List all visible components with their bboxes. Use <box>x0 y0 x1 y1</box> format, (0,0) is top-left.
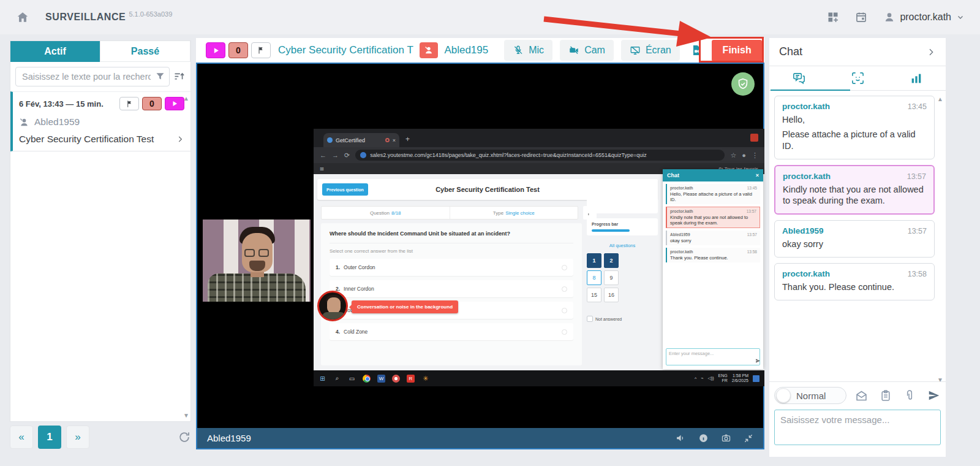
clipboard-icon[interactable] <box>880 389 892 402</box>
url-text: sales2.youtestme.com/gc1418s/pages/take_… <box>370 152 647 158</box>
pagination-page-1[interactable]: 1 <box>38 426 61 449</box>
monitor-user: Abled195 <box>444 44 488 56</box>
recording-extension-icon <box>750 134 758 142</box>
webcam-person <box>203 220 311 302</box>
chrome-icon <box>363 375 371 383</box>
radio-icon <box>562 286 567 292</box>
compress-icon[interactable] <box>744 434 753 443</box>
collapse-chevron-icon[interactable] <box>926 47 936 57</box>
taskbar-search-icon: ⌕ <box>333 375 341 383</box>
envelope-icon[interactable] <box>855 389 868 402</box>
student-video-feed: GetCertified × + ← → ⟳ sales2.youtestme.… <box>196 63 764 449</box>
session-violation-count[interactable]: 0 <box>142 97 162 110</box>
chevron-right-icon[interactable] <box>176 135 184 143</box>
site-info-icon <box>360 152 366 158</box>
paperclip-icon[interactable] <box>903 389 916 402</box>
monitor-violation-count[interactable]: 0 <box>228 42 248 58</box>
progress-bar <box>592 229 630 232</box>
bookmark-star-icon: ☆ <box>730 151 736 159</box>
start-icon: ⊞ <box>318 375 326 383</box>
home-icon[interactable] <box>16 10 29 24</box>
question-meta-bar: Question8/18 TypeSingle choice <box>321 206 578 220</box>
session-test-name: Cyber Security Certification Test <box>19 134 176 145</box>
prev-question-button: Previous question <box>322 183 368 196</box>
overlay-send-icon <box>755 358 761 364</box>
sort-icon[interactable] <box>173 71 186 83</box>
overlay-close-icon: × <box>756 172 759 178</box>
tab-actif[interactable]: Actif <box>10 41 100 62</box>
snapshot-camera-icon[interactable] <box>721 433 731 443</box>
all-questions-label: All questions <box>587 243 658 248</box>
finish-button[interactable]: Finish <box>712 40 762 61</box>
filter-funnel-icon[interactable] <box>155 71 165 82</box>
tab-statistics[interactable] <box>887 66 946 90</box>
tab-passe[interactable]: Passé <box>100 41 190 62</box>
overlay-message: proctor.kath13:58 Thank you. Please cont… <box>666 248 760 262</box>
question-text: Where should the Incident Command Unit b… <box>330 231 573 237</box>
question-card: Where should the Incident Command Unit b… <box>321 223 582 365</box>
calendar-icon[interactable] <box>855 11 867 23</box>
list-scroll-down[interactable]: ▼ <box>183 412 189 419</box>
message-mode-toggle[interactable]: Normal <box>774 387 846 404</box>
list-scroll-up[interactable]: ▲ <box>183 95 189 102</box>
browser-tab: GetCertified × <box>323 133 399 147</box>
profile-icon: ● <box>742 151 746 159</box>
pagination-next[interactable]: » <box>66 426 89 449</box>
question-instruction: Select one correct answer from the list <box>330 248 573 254</box>
user-name: proctor.kath <box>900 12 951 23</box>
radio-icon <box>562 308 567 313</box>
chat-message: proctor.kath 13:45 Hello, Please attache… <box>774 96 935 159</box>
r-app-icon: R <box>407 375 415 383</box>
monitor-test-name: Cyber Security Certification T <box>278 44 413 56</box>
top-bar: SURVEILLANCE 5.1.0-653a039 proctor.kath <box>0 0 980 34</box>
speaker-icon[interactable] <box>676 433 686 443</box>
overlay-message-input: Enter your message... <box>666 348 760 365</box>
chat-panel-title: Chat <box>779 45 802 58</box>
tab-chat[interactable] <box>769 66 828 90</box>
back-icon: ← <box>320 151 326 159</box>
menu-dots-icon: ⋮ <box>752 151 758 159</box>
chat-message-highlighted: proctor.kath 13:57 Kindly note that you … <box>774 165 935 215</box>
chevron-down-icon <box>957 13 964 21</box>
user-menu[interactable]: proctor.kath <box>883 11 964 23</box>
video-file-icon[interactable] <box>687 40 706 61</box>
chat-message: Abled1959 13:57 okay sorry <box>774 220 935 258</box>
sessions-sidebar: Actif Passé 6 Fév, 13:43 — 15 min. 0 <box>10 40 191 422</box>
mic-button[interactable]: Mic <box>504 40 552 61</box>
answer-option: 1.Outer Cordon <box>330 259 573 276</box>
tab-face-detection[interactable] <box>828 66 887 90</box>
quiz-title: Cyber Security Certification Test <box>385 179 590 200</box>
new-tab-icon: + <box>405 135 410 143</box>
taskbar-date: 2/6/2025 <box>732 378 748 383</box>
search-input[interactable] <box>15 67 170 86</box>
browser-urlbar: ← → ⟳ sales2.youtestme.com/gc1418s/pages… <box>314 147 764 163</box>
pagination-prev[interactable]: « <box>10 426 33 449</box>
person-muted-icon <box>19 117 29 128</box>
refresh-icon[interactable] <box>178 430 191 444</box>
cam-button[interactable]: Cam <box>560 40 614 61</box>
user-icon <box>883 11 895 23</box>
forward-icon: → <box>332 151 339 159</box>
chat-message: proctor.kath 13:58 Thank you. Please con… <box>774 263 935 300</box>
send-icon[interactable] <box>927 389 941 402</box>
question-grid: 1 2 8 9 15 16 <box>587 253 658 302</box>
apps-grid-icon[interactable] <box>827 11 839 23</box>
tab-recording-icon <box>385 138 390 142</box>
monitor-play-button[interactable] <box>206 42 225 58</box>
answer-option: 4.Cold Zone <box>330 323 573 340</box>
info-icon[interactable] <box>698 433 709 443</box>
chat-scroll-up[interactable]: ▲ <box>937 96 943 102</box>
session-play-button[interactable] <box>165 97 184 110</box>
asterisk-app-icon: ✳ <box>421 375 429 383</box>
monitor-flag-button[interactable] <box>251 42 271 58</box>
session-list-item[interactable]: 6 Fév, 13:43 — 15 min. 0 Abled1959 Cyber… <box>10 91 190 151</box>
screen-button[interactable]: Écran <box>621 40 680 61</box>
taskbar-time: 1:58 PM <box>732 373 748 378</box>
noise-alert: Conversation or noise in the background <box>352 300 458 313</box>
chat-message-input[interactable] <box>774 410 941 445</box>
bar-chart-icon <box>910 72 923 85</box>
session-flag-button[interactable] <box>119 97 139 110</box>
chat-composer: Normal <box>769 381 946 457</box>
tray-volume-icon: ◁)) <box>708 376 714 381</box>
shield-check-badge <box>731 72 755 96</box>
